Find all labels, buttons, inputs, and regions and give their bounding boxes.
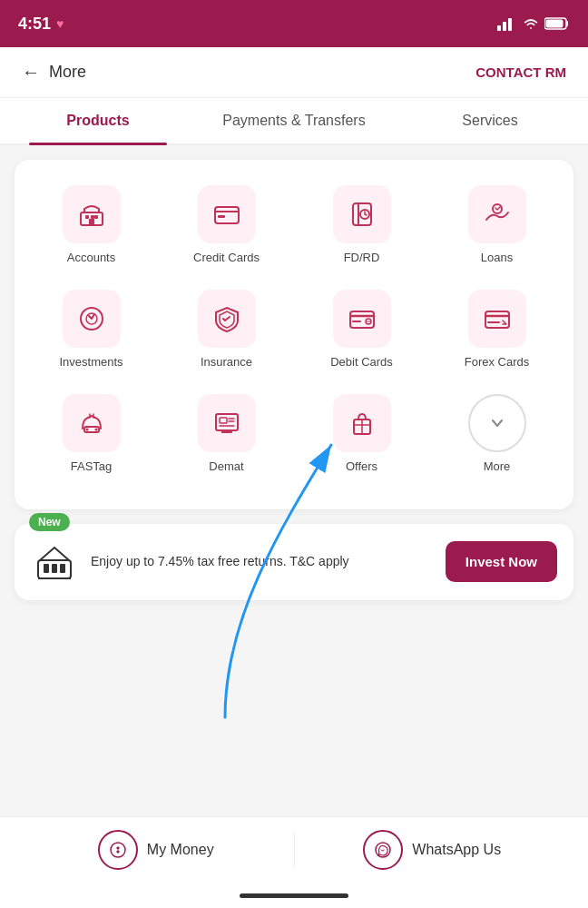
promo-text: Enjoy up to 7.45% tax free returns. T&C …: [91, 552, 433, 571]
fd-rd-icon-box: [333, 185, 391, 243]
grid-row-3: FASTag Demat: [24, 387, 564, 482]
back-arrow-icon: ←: [22, 62, 40, 83]
credit-cards-icon-box: [198, 185, 256, 243]
debit-cards-label: Debit Cards: [330, 355, 393, 370]
svg-rect-12: [218, 215, 225, 218]
grid-item-credit-cards[interactable]: Credit Cards: [172, 178, 281, 273]
offers-icon-box: [333, 394, 391, 452]
fd-rd-label: FD/RD: [344, 251, 380, 266]
insurance-icon: [212, 304, 241, 333]
home-indicator: [0, 883, 588, 908]
grid-row-2: Investments Insurance: [24, 282, 564, 378]
grid-item-loans[interactable]: Loans: [443, 178, 552, 273]
whatsapp-icon: [363, 830, 403, 870]
svg-rect-36: [44, 564, 49, 573]
svg-rect-9: [89, 219, 94, 225]
more-icon-box: [468, 394, 526, 452]
wifi-icon: [523, 17, 539, 30]
credit-cards-label: Credit Cards: [193, 251, 260, 266]
new-badge: New: [29, 513, 70, 531]
fastag-icon: [77, 409, 106, 438]
contact-rm-button[interactable]: CONTACT RM: [475, 64, 566, 80]
grid-item-more[interactable]: More: [443, 387, 552, 482]
forex-cards-icon: [483, 304, 512, 333]
bottom-nav: My Money WhatsApp Us: [0, 816, 588, 883]
main-content: Accounts Credit Cards: [0, 145, 588, 629]
tab-services[interactable]: Services: [392, 98, 588, 143]
insurance-label: Insurance: [201, 355, 252, 370]
grid-item-debit-cards[interactable]: Debit Cards: [308, 282, 416, 378]
more-label: More: [484, 459, 511, 475]
demat-label: Demat: [209, 459, 243, 475]
fastag-label: FASTag: [71, 459, 113, 475]
forex-cards-label: Forex Cards: [465, 355, 530, 370]
svg-rect-10: [215, 207, 239, 223]
loans-icon-box: [468, 185, 526, 243]
heart-icon: ♥: [56, 16, 64, 31]
investments-icon: [77, 304, 106, 333]
svg-point-25: [94, 428, 97, 430]
promo-banner: New Enjoy up to 7.45% tax free returns. …: [15, 524, 573, 600]
status-bar: 4:51 ♥: [0, 0, 588, 47]
status-icons: [497, 16, 570, 31]
credit-cards-icon: [212, 200, 241, 229]
battery-icon: [544, 17, 570, 30]
products-card: Accounts Credit Cards: [15, 160, 573, 509]
grid-item-offers[interactable]: Offers: [308, 387, 416, 482]
accounts-icon: [77, 200, 106, 229]
svg-rect-37: [52, 564, 57, 573]
home-bar: [240, 893, 348, 898]
svg-rect-27: [220, 418, 227, 423]
insurance-icon-box: [198, 290, 256, 348]
debit-cards-icon: [348, 304, 377, 333]
offers-label: Offers: [346, 459, 377, 475]
tabs-container: Products Payments & Transfers Services: [0, 98, 588, 145]
svg-rect-7: [91, 215, 94, 219]
chevron-down-icon: [488, 414, 506, 432]
svg-rect-6: [85, 215, 89, 219]
accounts-label: Accounts: [67, 251, 115, 266]
svg-rect-31: [221, 430, 232, 433]
investments-label: Investments: [59, 355, 122, 370]
header: ← More CONTACT RM: [0, 47, 588, 98]
grid-item-fd-rd[interactable]: FD/RD: [308, 178, 416, 273]
svg-rect-1: [503, 22, 506, 31]
forex-cards-icon-box: [468, 290, 526, 348]
svg-rect-2: [508, 18, 512, 31]
fastag-icon-box: [63, 394, 121, 452]
svg-rect-0: [497, 25, 501, 31]
loans-icon: [483, 200, 512, 229]
fd-rd-icon: [348, 200, 377, 229]
demat-icon-box: [198, 394, 256, 452]
svg-point-24: [85, 428, 88, 430]
grid-row-1: Accounts Credit Cards: [24, 178, 564, 273]
my-money-label: My Money: [147, 842, 214, 858]
investments-icon-box: [63, 290, 121, 348]
grid-item-investments[interactable]: Investments: [37, 282, 146, 378]
grid-item-accounts[interactable]: Accounts: [37, 178, 146, 273]
grid-item-fastag[interactable]: FASTag: [37, 387, 146, 482]
tab-products[interactable]: Products: [0, 98, 196, 143]
svg-rect-4: [546, 20, 564, 28]
signal-icon: [497, 16, 517, 31]
back-button[interactable]: ← More: [22, 62, 86, 83]
nav-item-whatsapp[interactable]: WhatsApp Us: [295, 830, 571, 870]
svg-rect-8: [94, 215, 98, 219]
demat-icon: [212, 409, 241, 438]
loans-label: Loans: [481, 251, 513, 266]
offers-icon: [348, 409, 377, 438]
svg-rect-21: [485, 311, 509, 328]
promo-bank-icon: [31, 538, 78, 586]
header-back-label: More: [49, 63, 86, 82]
tab-payments-transfers[interactable]: Payments & Transfers: [196, 98, 392, 143]
my-money-icon: [98, 830, 138, 870]
accounts-icon-box: [63, 185, 121, 243]
grid-item-forex-cards[interactable]: Forex Cards: [443, 282, 552, 378]
status-time: 4:51 ♥: [18, 15, 64, 34]
grid-item-demat[interactable]: Demat: [172, 387, 281, 482]
invest-now-button[interactable]: Invest Now: [446, 541, 557, 582]
grid-item-insurance[interactable]: Insurance: [172, 282, 281, 378]
debit-cards-icon-box: [333, 290, 391, 348]
whatsapp-label: WhatsApp Us: [412, 842, 501, 858]
nav-item-my-money[interactable]: My Money: [18, 830, 294, 870]
